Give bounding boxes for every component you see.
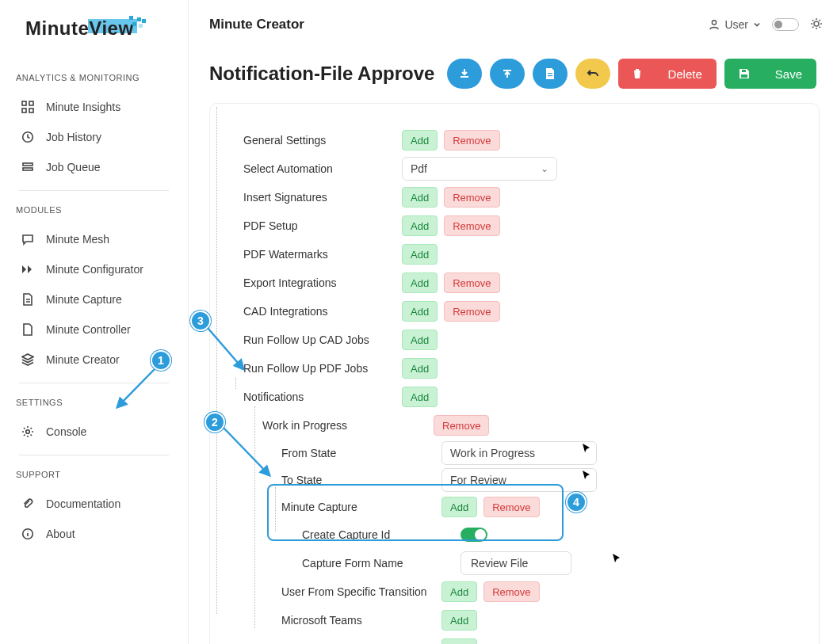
remove-button[interactable]: Remove — [444, 272, 499, 293]
tree-node-ms-teams[interactable]: Microsoft Teams — [281, 614, 441, 627]
tree-node-general-settings[interactable]: General Settings — [243, 134, 402, 147]
step-badge-3: 3 — [190, 311, 211, 331]
svg-rect-0 — [22, 101, 26, 105]
sun-icon — [810, 17, 823, 32]
tree-node-pdf-watermarks[interactable]: PDF Watermarks — [243, 248, 402, 261]
theme-toggle[interactable] — [772, 18, 799, 31]
add-button[interactable]: Add — [402, 244, 438, 265]
undo-button[interactable] — [575, 59, 610, 89]
add-button[interactable]: Add — [402, 130, 438, 151]
add-button[interactable]: Add — [402, 330, 438, 350]
sidebar-item-documentation[interactable]: Documentation — [16, 489, 172, 519]
queue-icon — [21, 160, 35, 174]
sidebar-item-console[interactable]: Console — [16, 417, 172, 447]
cursor-icon — [583, 444, 592, 453]
svg-point-10 — [814, 21, 819, 26]
delete-label: Delete — [667, 67, 701, 81]
tree-line — [254, 406, 255, 628]
svg-rect-6 — [23, 168, 32, 170]
input-value: Review File — [471, 557, 528, 570]
sidebar-item-label: About — [46, 528, 75, 540]
tree-node-user-from-transition[interactable]: User From Specific Transition — [281, 585, 441, 598]
paperclip-icon — [21, 497, 35, 511]
info-icon — [21, 527, 35, 541]
sidebar-item-label: Job Queue — [46, 161, 101, 173]
add-button[interactable]: Add — [402, 187, 438, 208]
sidebar-item-label: Documentation — [46, 497, 120, 510]
tree-node-notifications[interactable]: Notifications — [243, 391, 402, 403]
download-icon — [459, 68, 470, 79]
add-button[interactable]: Add — [441, 610, 477, 631]
add-button[interactable]: Add — [402, 387, 438, 407]
capture-form-input[interactable]: Review File — [461, 551, 571, 575]
cursor-icon — [583, 471, 592, 480]
sidebar-item-job-history[interactable]: Job History — [16, 122, 172, 152]
tree-node-pdf-setup[interactable]: PDF Setup — [243, 219, 402, 232]
tree-node-insert-signatures[interactable]: Insert Signatures — [243, 191, 402, 204]
svg-rect-2 — [22, 109, 26, 112]
user-icon — [709, 19, 720, 30]
tree-node-select-automation[interactable]: Select Automation — [243, 162, 402, 175]
settings-panel: General Settings Add Remove Select Autom… — [209, 103, 820, 644]
fast-forward-icon — [21, 262, 35, 276]
add-button[interactable]: Add — [441, 638, 477, 644]
add-button[interactable]: Add — [402, 358, 438, 379]
sidebar-item-mesh[interactable]: Minute Mesh — [16, 224, 172, 254]
chevron-down-icon — [753, 21, 761, 29]
tree-node-work-in-progress[interactable]: Work in Progress — [262, 419, 434, 432]
svg-rect-3 — [29, 109, 33, 112]
remove-button[interactable]: Remove — [444, 215, 499, 236]
history-icon — [21, 130, 35, 144]
sidebar-item-configurator[interactable]: Minute Configurator — [16, 254, 172, 284]
step-badge-1: 1 — [151, 350, 171, 371]
upload-icon — [502, 68, 513, 79]
file-icon — [21, 322, 35, 337]
add-button[interactable]: Add — [402, 301, 438, 322]
sidebar-item-job-queue[interactable]: Job Queue — [16, 152, 172, 182]
sidebar-item-controller[interactable]: Minute Controller — [16, 314, 172, 345]
sidebar-item-about[interactable]: About — [16, 519, 172, 549]
chat-icon — [21, 232, 35, 246]
from-state-select[interactable]: Work in Progress — [441, 441, 597, 465]
sidebar-heading-modules: MODULES — [16, 205, 172, 215]
remove-button[interactable]: Remove — [483, 581, 539, 602]
sidebar-item-label: Minute Mesh — [46, 233, 109, 246]
sidebar-item-label: Minute Controller — [46, 323, 131, 336]
tree-node-run-pdf[interactable]: Run Follow Up PDF Jobs — [243, 362, 402, 375]
sidebar-item-insights[interactable]: Minute Insights — [16, 92, 172, 122]
step-badge-4: 4 — [566, 492, 587, 513]
tree-node-from-state: From State — [281, 447, 441, 459]
tree-node-export-integrations[interactable]: Export Integrations — [243, 276, 402, 289]
select-value: Work in Progress — [450, 447, 535, 459]
upload-button[interactable] — [490, 59, 525, 89]
sidebar-item-label: Console — [46, 425, 86, 438]
step-badge-2: 2 — [204, 412, 225, 433]
tree-node-capture-form-name: Capture Form Name — [302, 557, 461, 570]
remove-button[interactable]: Remove — [434, 415, 489, 436]
sidebar-item-label: Minute Creator — [46, 353, 120, 366]
add-button[interactable]: Add — [441, 581, 477, 602]
file-button[interactable] — [533, 59, 568, 89]
sidebar-item-capture[interactable]: Minute Capture — [16, 284, 172, 314]
user-menu[interactable]: User — [709, 18, 761, 31]
add-button[interactable]: Add — [402, 272, 438, 293]
sidebar-heading-analytics: ANALYTICS & MONITORING — [16, 73, 172, 82]
tree-node-run-cad[interactable]: Run Follow Up CAD Jobs — [243, 333, 402, 346]
automation-select[interactable]: Pdf ⌄ — [402, 157, 557, 181]
tree-node-cad-integrations[interactable]: CAD Integrations — [243, 305, 402, 318]
delete-button[interactable]: Delete — [618, 59, 716, 89]
save-button[interactable]: Save — [724, 59, 816, 89]
remove-button[interactable]: Remove — [444, 301, 499, 322]
trash-icon — [633, 68, 642, 79]
sidebar-item-creator[interactable]: Minute Creator — [16, 345, 172, 375]
remove-button[interactable]: Remove — [444, 187, 499, 208]
page-title: Minute Creator — [209, 17, 304, 32]
download-button[interactable] — [447, 59, 482, 89]
tree-line — [235, 378, 236, 389]
document-icon — [21, 292, 35, 307]
logo: MinuteView — [0, 13, 188, 59]
svg-rect-5 — [23, 163, 32, 166]
add-button[interactable]: Add — [402, 215, 438, 236]
remove-button[interactable]: Remove — [444, 130, 499, 151]
topbar: Minute Creator User — [203, 0, 823, 49]
